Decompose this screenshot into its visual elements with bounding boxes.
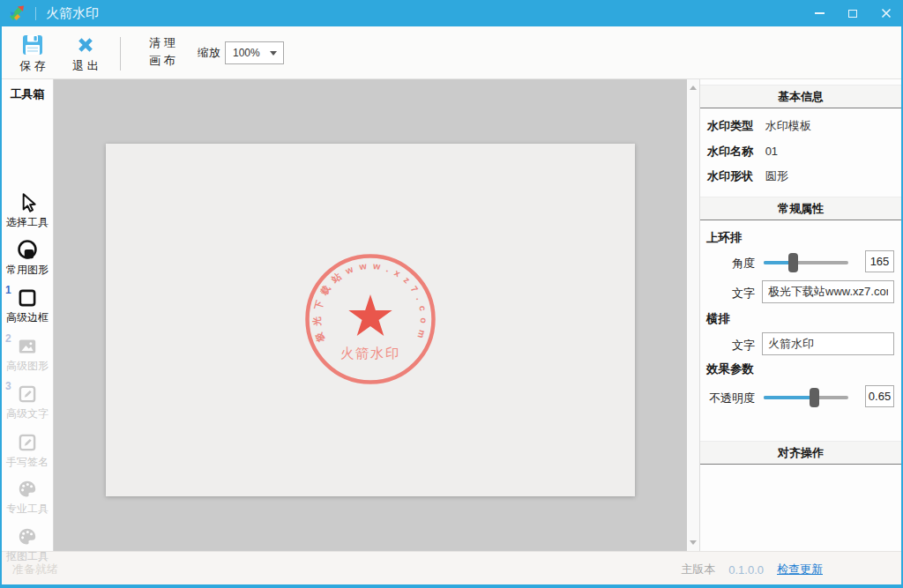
sidebar-tool-select[interactable]: 选择工具 (2, 191, 53, 230)
sidebar-tool-common-shapes[interactable]: 常用图形 (2, 239, 53, 278)
angle-label: 角度 (700, 256, 755, 272)
sidebar-tool-advanced-text: 3 高级文字 (2, 383, 53, 421)
square-border-icon (16, 287, 39, 309)
properties-panel: 基本信息 水印类型 水印模板 水印名称 01 水印形状 圆形 常规属性 上环排 … (699, 79, 901, 551)
chevron-down-icon (270, 51, 277, 56)
statusbar-right: 主版本 0.1.0.0 检查更新 (681, 562, 823, 577)
tool-label: 高级图形 (2, 359, 53, 374)
app-window: 火箭水印 保 存 (0, 0, 903, 588)
horizontal-text-input[interactable] (762, 332, 894, 355)
info-label: 水印类型 (707, 118, 762, 134)
sidebar-tool-advanced-border[interactable]: 1 高级边框 (2, 287, 53, 325)
angle-value-box[interactable]: 165 (865, 250, 894, 272)
tool-label: 高级文字 (2, 406, 53, 421)
stamp-watermark[interactable]: 极光下载站www.xz7.com 火箭水印 (295, 244, 445, 394)
tool-label: 专业工具 (2, 502, 53, 517)
palette-icon (16, 478, 39, 501)
palette-icon (16, 525, 39, 548)
toolbar: 保 存 退 出 清 理 画 布 缩放 100% (2, 26, 901, 79)
info-value: 水印模板 (765, 119, 811, 132)
panel-scrollbar[interactable] (687, 79, 699, 551)
stamp-star-icon (348, 294, 392, 336)
group-title-upper-ring: 上环排 (706, 230, 743, 246)
tool-label: 高级边框 (2, 310, 53, 325)
version-label: 主版本 (681, 562, 715, 577)
canvas[interactable]: 极光下载站www.xz7.com 火箭水印 (106, 144, 635, 496)
group-title-horizontal: 横排 (706, 311, 730, 327)
tool-label: 手写签名 (2, 455, 53, 470)
zoom-select[interactable]: 100% (225, 41, 284, 64)
tool-badge: 2 (5, 332, 11, 345)
slider-thumb[interactable] (788, 253, 798, 272)
exit-button[interactable]: 退 出 (63, 32, 108, 76)
pencil-square-icon (16, 431, 39, 454)
sidebar-tool-handwritten-signature: 手写签名 (2, 431, 53, 470)
window-title: 火箭水印 (46, 0, 99, 26)
tool-label: 常用图形 (2, 263, 53, 278)
section-header-general-properties: 常规属性 (700, 197, 901, 220)
info-row-watermark-type: 水印类型 水印模板 (707, 118, 811, 134)
tool-badge: 3 (5, 380, 11, 392)
exit-button-label: 退 出 (72, 58, 99, 74)
maximize-icon (848, 10, 857, 18)
tool-badge: 1 (5, 284, 11, 296)
opacity-slider[interactable] (764, 388, 848, 407)
window-border-left (0, 26, 2, 588)
info-row-watermark-shape: 水印形状 圆形 (707, 168, 788, 184)
maximize-button[interactable] (836, 0, 869, 26)
toolbox-sidebar: 工具箱 选择工具 常用图形 1 高级边框 2 (2, 79, 54, 551)
canvas-workspace[interactable]: 极光下载站www.xz7.com 火箭水印 (54, 79, 687, 551)
info-row-watermark-name: 水印名称 01 (707, 144, 778, 160)
titlebar-separator (35, 7, 36, 20)
sidebar-tool-professional-tools: 专业工具 (2, 478, 53, 517)
clear-canvas-label-line1: 清 理 (134, 34, 190, 52)
ring-text-input[interactable] (762, 280, 894, 303)
statusbar: 准备就绪 主版本 0.1.0.0 检查更新 (2, 551, 901, 584)
angle-slider[interactable] (764, 253, 848, 272)
tool-label: 抠图工具 (2, 549, 53, 564)
clear-canvas-label-line2: 画 布 (134, 52, 190, 70)
zoom-label: 缩放 (198, 26, 220, 79)
scroll-up-icon[interactable] (690, 86, 697, 90)
info-label: 水印形状 (707, 168, 762, 184)
minimize-button[interactable] (802, 0, 836, 26)
stamp-center-text: 火箭水印 (340, 346, 400, 361)
info-value: 01 (765, 145, 778, 158)
minimize-icon (815, 12, 825, 14)
image-icon (16, 335, 39, 358)
window-controls (802, 0, 903, 26)
info-value: 圆形 (765, 169, 788, 182)
check-update-link[interactable]: 检查更新 (777, 562, 823, 577)
section-header-align-operations: 对齐操作 (700, 441, 901, 465)
app-logo-icon (7, 4, 26, 23)
shapes-icon (16, 239, 39, 262)
sidebar-tool-cutout-tool: 抠图工具 (2, 525, 53, 564)
section-header-basic-info: 基本信息 (700, 85, 901, 108)
toolbox-header: 工具箱 (2, 86, 53, 102)
close-button[interactable] (869, 0, 903, 26)
sidebar-tool-advanced-graphics: 2 高级图形 (2, 335, 53, 374)
cursor-icon (16, 191, 39, 214)
save-button[interactable]: 保 存 (11, 32, 55, 76)
pencil-square-icon (16, 383, 39, 406)
group-title-effects: 效果参数 (706, 361, 754, 377)
info-label: 水印名称 (707, 144, 762, 160)
window-border-bottom (0, 584, 903, 588)
scroll-down-icon[interactable] (690, 540, 697, 545)
clear-canvas-button[interactable]: 清 理 画 布 (134, 34, 190, 70)
horizontal-text-label: 文字 (700, 338, 755, 354)
toolbar-separator (120, 37, 121, 71)
opacity-value-box[interactable]: 0.65 (865, 385, 894, 407)
slider-thumb[interactable] (810, 388, 819, 407)
zoom-select-value: 100% (233, 42, 260, 63)
titlebar[interactable]: 火箭水印 (0, 0, 903, 26)
slider-fill (764, 396, 814, 399)
save-button-label: 保 存 (19, 58, 46, 74)
opacity-label: 不透明度 (700, 391, 755, 406)
exit-icon (74, 33, 97, 56)
save-icon (21, 33, 44, 56)
tool-label: 选择工具 (2, 215, 53, 230)
ring-text-label: 文字 (700, 286, 755, 301)
version-number: 0.1.0.0 (728, 563, 764, 577)
close-icon (881, 8, 892, 19)
